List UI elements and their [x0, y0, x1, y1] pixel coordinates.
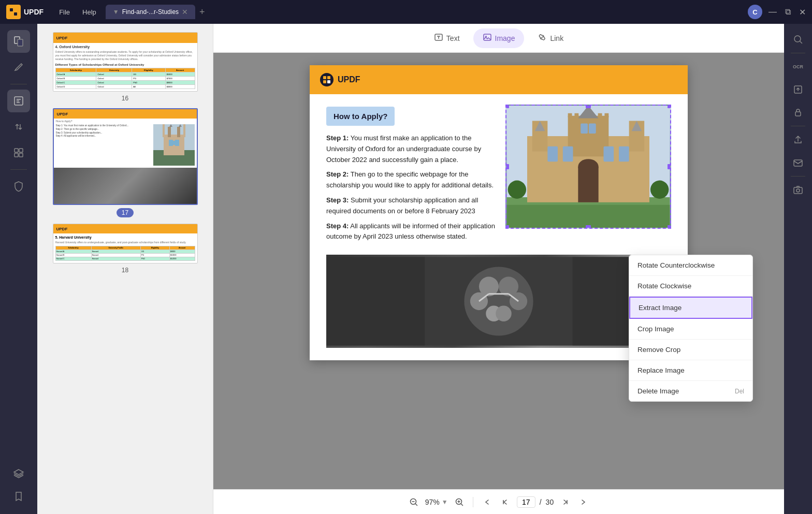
- total-pages: 30: [546, 498, 554, 506]
- tab-add-icon[interactable]: +: [199, 7, 205, 18]
- svg-rect-76: [795, 112, 801, 116]
- context-menu-replace[interactable]: Replace Image: [629, 360, 752, 381]
- svg-rect-77: [794, 160, 802, 166]
- maximize-button[interactable]: ⧉: [785, 7, 791, 17]
- svg-rect-78: [794, 187, 802, 194]
- sidebar-icon-convert[interactable]: [7, 115, 30, 138]
- tab-label: Find-and-...r-Studies: [122, 8, 179, 16]
- step-4: Step 4: All applicants will be informed …: [326, 221, 495, 243]
- page-logo-icon: [320, 73, 334, 86]
- active-tab[interactable]: ▼ Find-and-...r-Studies ✕: [106, 5, 195, 19]
- sidebar-icon-annotate[interactable]: [7, 56, 30, 79]
- context-menu-extract[interactable]: Extract Image: [629, 297, 752, 319]
- svg-point-52: [650, 181, 669, 199]
- prev-page-button[interactable]: [498, 495, 513, 509]
- handle-bottom-right[interactable]: [668, 225, 671, 229]
- right-ocr-icon[interactable]: OCR: [789, 57, 807, 76]
- sidebar-divider-2: [10, 169, 27, 170]
- right-search-icon[interactable]: [789, 30, 807, 49]
- thumbnail-item-17[interactable]: UPDF How to Apply? Step 1: You must firs…: [44, 108, 207, 217]
- sidebar-icon-bookmark[interactable]: [7, 485, 30, 508]
- svg-rect-27: [327, 76, 330, 79]
- right-divider-2: [791, 126, 805, 126]
- context-menu-delete[interactable]: Delete Image Del: [629, 381, 752, 401]
- zoom-out-button[interactable]: [407, 495, 421, 509]
- right-mail-icon[interactable]: [789, 153, 807, 172]
- link-tool-button[interactable]: Link: [528, 28, 573, 48]
- last-page-button[interactable]: [576, 495, 591, 509]
- pdf-viewer: UPDF How to Apply? Step 1: You must firs…: [213, 53, 784, 489]
- svg-rect-29: [327, 80, 330, 83]
- svg-point-74: [794, 36, 801, 42]
- right-lock-icon[interactable]: [789, 103, 807, 122]
- selected-image[interactable]: [505, 105, 671, 229]
- svg-rect-42: [563, 146, 573, 162]
- svg-rect-22: [172, 141, 176, 145]
- zoom-dropdown-icon[interactable]: ▼: [442, 498, 448, 506]
- window-controls: — ⧉ ✕: [769, 7, 806, 17]
- minimize-button[interactable]: —: [769, 7, 777, 17]
- thumbnail-item-18[interactable]: UPDF 5. Harvard University Harvard Unive…: [44, 224, 207, 274]
- right-share-icon[interactable]: [789, 130, 807, 149]
- image-container[interactable]: [505, 105, 671, 246]
- text-tool-label: Text: [446, 34, 460, 42]
- svg-point-79: [796, 189, 800, 192]
- svg-rect-65: [326, 257, 425, 346]
- svg-rect-49: [598, 113, 602, 118]
- sidebar-icon-edit[interactable]: [7, 90, 30, 112]
- handle-middle-left[interactable]: [505, 164, 509, 169]
- apply-heading: How to Apply?: [326, 107, 395, 126]
- text-tool-icon: [434, 33, 443, 44]
- handle-top-right[interactable]: [668, 105, 671, 108]
- image-tool-button[interactable]: Image: [473, 28, 525, 48]
- handle-bottom-middle[interactable]: [586, 225, 591, 229]
- tab-close-icon[interactable]: ✕: [182, 8, 188, 16]
- svg-rect-8: [19, 149, 23, 152]
- svg-rect-3: [14, 12, 17, 16]
- next-page-button[interactable]: [558, 495, 572, 509]
- context-menu-rotate-cw[interactable]: Rotate Clockwise: [629, 276, 752, 297]
- menu-help[interactable]: Help: [77, 6, 102, 18]
- content-area: Text Image Link: [213, 24, 784, 514]
- how-to-apply-section: How to Apply? Step 1: You must first mak…: [326, 107, 671, 246]
- svg-point-40: [578, 159, 598, 174]
- close-button[interactable]: ✕: [799, 7, 806, 17]
- svg-rect-43: [604, 146, 614, 162]
- sidebar-icon-layers[interactable]: [7, 462, 30, 485]
- thumbnail-label-16: 16: [122, 95, 128, 102]
- right-export-icon[interactable]: [789, 80, 807, 99]
- svg-point-51: [508, 181, 526, 199]
- bottom-toolbar: 97% ▼ / 30: [213, 489, 784, 514]
- delete-shortcut: Del: [735, 388, 744, 395]
- sidebar-icon-organize[interactable]: [7, 141, 30, 164]
- thumbnail-image-16: UPDF 4. Oxford University Oxford Univers…: [53, 32, 198, 92]
- right-divider-1: [791, 53, 805, 53]
- svg-rect-15: [177, 127, 180, 137]
- sidebar-bottom: [7, 462, 30, 508]
- svg-rect-26: [323, 76, 326, 79]
- text-tool-button[interactable]: Text: [425, 28, 469, 48]
- sidebar-icon-security[interactable]: [7, 175, 30, 198]
- context-menu-crop[interactable]: Crop Image: [629, 319, 752, 340]
- right-snapshot-icon[interactable]: [789, 181, 807, 199]
- handle-middle-right[interactable]: [668, 164, 671, 169]
- app-name: UPDF: [24, 8, 44, 16]
- page-header-logo: UPDF: [320, 73, 360, 86]
- zoom-in-button[interactable]: [452, 495, 467, 509]
- svg-rect-10: [19, 153, 23, 157]
- handle-top-middle[interactable]: [586, 105, 591, 108]
- page-input[interactable]: [517, 496, 535, 508]
- svg-rect-44: [619, 146, 629, 162]
- context-menu-remove-crop[interactable]: Remove Crop: [629, 340, 752, 360]
- thumbnail-item-16[interactable]: UPDF 4. Oxford University Oxford Univers…: [44, 32, 207, 102]
- handle-bottom-left[interactable]: [505, 225, 509, 229]
- bottom-image: [326, 255, 671, 348]
- avatar[interactable]: C: [748, 5, 762, 19]
- svg-rect-18: [163, 124, 165, 137]
- first-page-button[interactable]: [480, 495, 494, 509]
- menu-file[interactable]: File: [54, 6, 75, 18]
- svg-rect-47: [568, 113, 572, 118]
- handle-top-left[interactable]: [505, 105, 509, 108]
- sidebar-icon-pages[interactable]: [7, 30, 30, 53]
- context-menu-rotate-ccw[interactable]: Rotate Counterclockwise: [629, 255, 752, 276]
